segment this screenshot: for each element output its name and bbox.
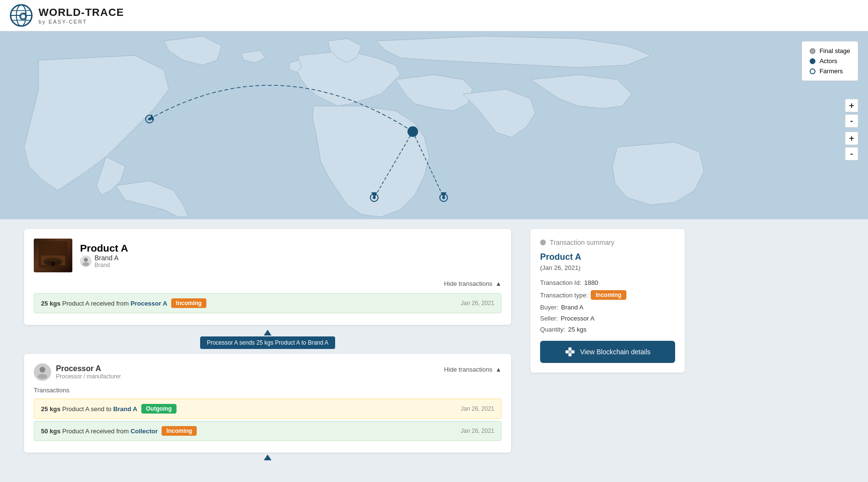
- world-map: [0, 31, 868, 219]
- processor-badge-2: Incoming: [162, 426, 197, 436]
- summary-transaction-type-row: Transaction type: Incoming: [540, 290, 675, 300]
- processor-info: Processor A Processor / manufacturer: [34, 363, 121, 381]
- summary-seller-row: Seller: Processor A: [540, 315, 675, 322]
- connector: Processor A sends 25 kgs Product A to Br…: [200, 330, 335, 349]
- brand-info: Brand A Brand: [95, 254, 119, 268]
- processor-transaction-left-1: 25 kgs Product A send to Brand A Outgoin…: [41, 404, 461, 414]
- summary-title-row: Transaction summary: [540, 239, 675, 246]
- product-card: Product A Brand A Brand: [24, 229, 511, 325]
- chevron-up-icon-2: ▲: [495, 366, 502, 373]
- svg-point-26: [55, 260, 60, 265]
- svg-point-37: [569, 351, 571, 353]
- zoom-in2-button[interactable]: +: [845, 132, 858, 145]
- coffee-bag-svg: [34, 239, 72, 272]
- svg-point-30: [38, 374, 47, 379]
- processor-link-1[interactable]: Brand A: [113, 405, 137, 413]
- hide-transactions-processor-label: Hide transactions: [444, 366, 492, 373]
- buyer-value: Brand A: [561, 304, 583, 311]
- processor-transaction-left-2: 50 kgs Product A received from Collector…: [41, 426, 461, 436]
- coffee-visual: [34, 239, 72, 272]
- svg-point-29: [40, 367, 45, 373]
- legend-dot-actors: [810, 58, 815, 64]
- svg-point-27: [84, 258, 88, 262]
- svg-point-25: [51, 261, 55, 266]
- legend-final-label: Final stage: [819, 47, 850, 54]
- product-name: Product A: [80, 242, 128, 254]
- transaction-id-label: Transaction Id:: [540, 279, 582, 286]
- zoom-in-button[interactable]: +: [845, 99, 858, 112]
- processor-qty-1: 25 kgs: [41, 405, 60, 413]
- chevron-up-icon: ▲: [495, 280, 502, 287]
- summary-transaction-type-badge: Incoming: [591, 290, 626, 300]
- svg-point-28: [82, 262, 89, 266]
- content-area: Product A Brand A Brand: [0, 219, 868, 472]
- seller-value: Processor A: [561, 315, 595, 322]
- hide-transactions-product-button[interactable]: Hide transactions ▲: [34, 280, 502, 287]
- transaction-badge-1: Incoming: [171, 298, 206, 308]
- brand-avatar-icon: [81, 256, 91, 266]
- logo-area: WORLD-TRACE by EASY-CERT: [10, 4, 124, 27]
- legend-dot-farmers: [810, 68, 815, 74]
- legend-item-final: Final stage: [810, 47, 850, 54]
- hide-transactions-processor-button[interactable]: Hide transactions ▲: [444, 366, 502, 373]
- summary-product-name: Product A: [540, 252, 675, 262]
- transaction-id-value: 1880: [584, 279, 598, 286]
- zoom-out-button[interactable]: -: [845, 114, 858, 128]
- zoom-controls: + - + -: [845, 99, 858, 161]
- product-image: [34, 239, 72, 272]
- connector-arrow-up: [264, 330, 271, 335]
- right-panel: Transaction summary Product A (Jan 26, 2…: [521, 219, 694, 472]
- legend-actors-label: Actors: [819, 57, 837, 65]
- processor-badge-1: Outgoing: [141, 404, 176, 414]
- brand-row: Brand A Brand: [80, 254, 128, 268]
- transaction-desc-1: Product A received from: [62, 300, 131, 307]
- processor-desc-2: Product A received from: [62, 428, 131, 435]
- processor-date-2: Jan 26, 2021: [461, 428, 494, 434]
- summary-dot-icon: [540, 240, 546, 245]
- processor-avatar: [34, 363, 51, 381]
- svg-rect-34: [569, 353, 571, 356]
- hide-transactions-product-label: Hide transactions: [444, 280, 492, 287]
- transactions-label: Transactions: [34, 387, 502, 394]
- seller-label: Seller:: [540, 315, 558, 322]
- map-container: Final stage Actors Farmers + - + -: [0, 31, 868, 219]
- legend-item-actors: Actors: [810, 57, 850, 65]
- transaction-text-1: 25 kgs Product A received from Processor…: [41, 300, 167, 307]
- legend-dot-final: [810, 48, 815, 54]
- transaction-link-1[interactable]: Processor A: [131, 300, 167, 307]
- logo-text: WORLD-TRACE by EASY-CERT: [39, 6, 124, 25]
- summary-panel: Transaction summary Product A (Jan 26, 2…: [530, 229, 685, 373]
- blockchain-btn-label: View Blockchain details: [580, 348, 651, 356]
- product-transaction-row-1[interactable]: 25 kgs Product A received from Processor…: [34, 293, 502, 313]
- bottom-arrow-area: [24, 453, 511, 462]
- transaction-date-1: Jan 26, 2021: [461, 300, 494, 307]
- summary-transaction-id-row: Transaction Id: 1880: [540, 279, 675, 286]
- summary-date: (Jan 26, 2021): [540, 264, 675, 271]
- summary-buyer-row: Buyer: Brand A: [540, 304, 675, 311]
- processor-transaction-row-1[interactable]: 25 kgs Product A send to Brand A Outgoin…: [34, 399, 502, 419]
- quantity-label: Quantity:: [540, 326, 565, 333]
- zoom-out2-button[interactable]: -: [845, 147, 858, 161]
- processor-link-2[interactable]: Collector: [131, 428, 158, 435]
- transaction-type-label: Transaction type:: [540, 292, 588, 299]
- svg-point-6: [21, 14, 25, 18]
- brand-icon: [80, 255, 92, 267]
- processor-transaction-row-2[interactable]: 50 kgs Product A received from Collector…: [34, 421, 502, 441]
- svg-point-24: [46, 260, 51, 265]
- view-blockchain-button[interactable]: View Blockchain details: [540, 341, 675, 363]
- processor-desc-1: Product A send to: [62, 405, 113, 413]
- connector-area: Processor A sends 25 kgs Product A to Br…: [24, 325, 511, 354]
- processor-avatar-icon: [35, 365, 50, 379]
- world-trace-logo-icon: [10, 4, 33, 27]
- processor-name: Processor A: [56, 364, 121, 373]
- map-legend: Final stage Actors Farmers: [801, 41, 858, 81]
- transaction-left: 25 kgs Product A received from Processor…: [41, 298, 461, 308]
- bottom-connector-arrow: [264, 455, 271, 460]
- processor-card: Processor A Processor / manufacturer Hid…: [24, 354, 511, 453]
- processor-role: Processor / manufacturer: [56, 373, 121, 380]
- processor-qty-2: 50 kgs: [41, 428, 60, 435]
- processor-transaction-text-2: 50 kgs Product A received from Collector: [41, 428, 158, 435]
- processor-date-1: Jan 26, 2021: [461, 405, 494, 412]
- connector-tooltip: Processor A sends 25 kgs Product A to Br…: [200, 336, 335, 349]
- legend-item-farmers: Farmers: [810, 67, 850, 75]
